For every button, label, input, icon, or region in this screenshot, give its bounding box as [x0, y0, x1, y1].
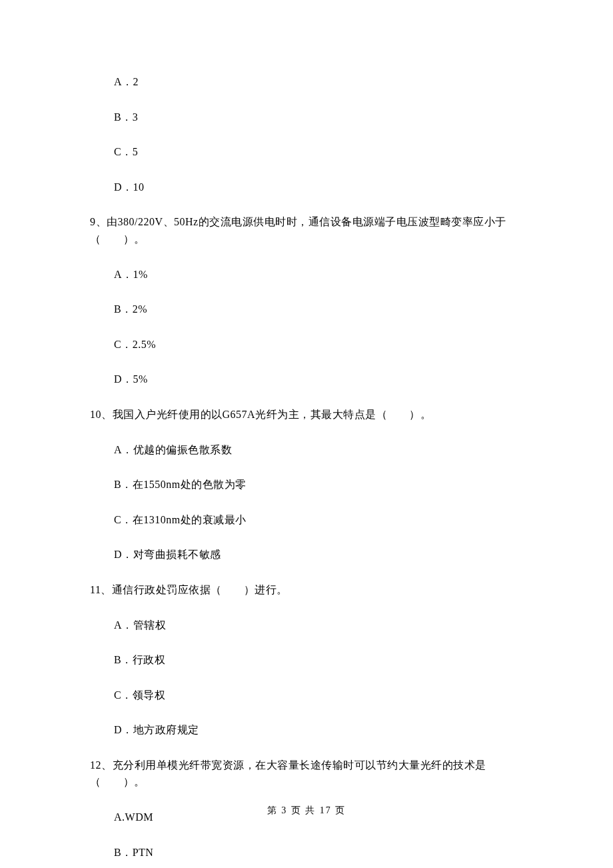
q11-option-b: B．行政权: [114, 651, 526, 669]
question-11: 11、通信行政处罚应依据（ ）进行。: [90, 581, 526, 599]
q8-option-d: D．10: [114, 179, 526, 196]
q8-option-b: B．3: [114, 109, 526, 126]
q9-option-c: C．2.5%: [114, 336, 526, 353]
q10-option-a: A．优越的偏振色散系数: [114, 441, 526, 459]
q8-option-a: A．2: [114, 73, 526, 91]
q12-option-b: B．PTN: [114, 844, 526, 861]
q11-option-a: A．管辖权: [114, 617, 526, 634]
q9-option-b: B．2%: [114, 301, 526, 318]
q8-option-c: C．5: [114, 143, 526, 161]
question-10: 10、我国入户光纤使用的以G657A光纤为主，其最大特点是（ ）。: [90, 406, 526, 423]
question-12: 12、充分利用单模光纤带宽资源，在大容量长途传输时可以节约大量光纤的技术是（ ）…: [90, 757, 526, 791]
page-footer: 第 3 页 共 17 页: [0, 803, 613, 818]
q11-option-d: D．地方政府规定: [114, 721, 526, 739]
q9-option-a: A．1%: [114, 266, 526, 283]
question-9: 9、由380/220V、50Hz的交流电源供电时时，通信设备电源端子电压波型畸变…: [90, 213, 526, 247]
document-body: A．2 B．3 C．5 D．10 9、由380/220V、50Hz的交流电源供电…: [0, 0, 613, 868]
q10-option-b: B．在1550nm处的色散为零: [114, 476, 526, 493]
q10-option-c: C．在1310nm处的衰减最小: [114, 511, 526, 529]
q11-option-c: C．领导权: [114, 687, 526, 704]
q9-option-d: D．5%: [114, 371, 526, 388]
q10-option-d: D．对弯曲损耗不敏感: [114, 546, 526, 563]
